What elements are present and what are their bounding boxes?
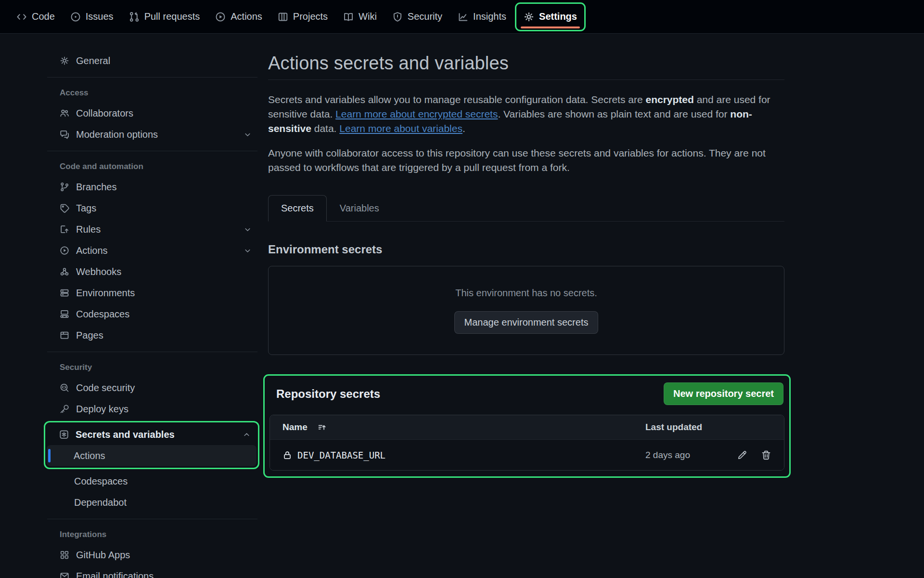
sidebar-item-webhooks[interactable]: Webhooks [47,261,257,282]
annotation-box-secrets-and-variables: Secrets and variables Actions [44,421,259,469]
sidebar-item-code-security[interactable]: Code security [47,377,257,398]
chevron-down-icon [244,247,252,255]
chevron-down-icon [244,225,252,234]
comment-discussion-icon [60,130,69,139]
gear-icon [524,12,534,22]
webhook-icon [60,267,69,276]
tab-security[interactable]: Security [385,0,450,33]
secret-name-cell: DEV_DATABASE_URL [282,450,645,460]
sidebar-item-codespaces[interactable]: Codespaces [47,303,257,325]
sidebar-section-access: Access [47,83,257,103]
intro-text: . Variables are shown as plain text and … [498,108,730,119]
tab-code[interactable]: Code [9,0,63,33]
sidebar-section-integrations: Integrations [47,525,257,544]
sidebar-item-secrets-codespaces[interactable]: Codespaces [47,471,257,492]
rules-icon [60,224,69,234]
link-learn-variables[interactable]: Learn more about variables [339,123,462,134]
repository-secrets-header: Repository secrets New repository secret [270,380,784,408]
tab-wiki[interactable]: Wiki [335,0,385,33]
tab-variables[interactable]: Variables [327,195,392,222]
tab-label: Actions [231,11,262,22]
mail-icon [60,571,69,578]
gear-icon [60,56,69,66]
tag-icon [60,203,69,213]
sidebar-item-secrets-dependabot[interactable]: Dependabot [47,492,257,513]
sidebar-item-tags[interactable]: Tags [47,197,257,219]
sidebar-section-security: Security [47,358,257,377]
tab-label: Wiki [359,11,377,22]
sidebar-item-label: Collaborators [76,108,252,119]
asterisk-box-icon [59,430,69,439]
git-branch-icon [60,182,69,192]
environment-secrets-empty-box: This environment has no secrets. Manage … [268,266,784,355]
sidebar-item-general[interactable]: General [47,50,257,71]
secret-name: DEV_DATABASE_URL [297,450,385,460]
secret-actions-cell [718,450,771,460]
delete-secret-button[interactable] [761,450,771,460]
repo-tab-bar: Code Issues Pull requests Actions Projec… [0,0,924,34]
sidebar-item-label: GitHub Apps [76,550,252,561]
sidebar-item-label: Webhooks [76,266,252,277]
sidebar-item-label: Deploy keys [76,404,252,415]
sidebar-item-label: Actions [76,245,237,256]
tab-label: Settings [539,11,577,22]
intro-text: . [462,123,465,134]
tab-secrets[interactable]: Secrets [268,195,327,222]
sidebar-item-rules[interactable]: Rules [47,219,257,240]
apps-icon [60,550,69,560]
sidebar-item-secrets-and-variables[interactable]: Secrets and variables [47,424,257,445]
link-learn-encrypted-secrets[interactable]: Learn more about encrypted secrets [335,108,498,119]
tab-settings[interactable]: Settings [516,4,584,30]
trash-icon [761,450,771,460]
repository-secrets-heading: Repository secrets [276,387,380,401]
graph-icon [458,12,468,22]
repo-tabs: Code Issues Pull requests Actions Projec… [9,0,587,33]
sidebar-item-collaborators[interactable]: Collaborators [47,103,257,124]
sidebar-item-github-apps[interactable]: GitHub Apps [47,544,257,565]
table-header-row: Name Last updated [270,415,784,439]
sidebar-item-label: Code security [76,382,252,394]
sidebar-item-environments[interactable]: Environments [47,282,257,303]
sidebar-item-moderation-options[interactable]: Moderation options [47,124,257,145]
sidebar-item-label: Codespaces [76,309,252,320]
edit-secret-button[interactable] [737,450,747,460]
environment-secrets-empty-message: This environment has no secrets. [455,288,597,299]
sidebar-item-actions[interactable]: Actions [47,240,257,261]
tab-projects[interactable]: Projects [270,0,335,33]
sidebar-item-branches[interactable]: Branches [47,176,257,197]
tab-actions[interactable]: Actions [207,0,270,33]
issue-icon [70,12,81,22]
sidebar-item-label: Codespaces [74,476,252,487]
tab-pull-requests[interactable]: Pull requests [121,0,208,33]
manage-environment-secrets-button[interactable]: Manage environment secrets [454,311,599,334]
sidebar-item-label: Pages [76,330,252,341]
tab-insights[interactable]: Insights [450,0,514,33]
new-repository-secret-button[interactable]: New repository secret [664,382,783,405]
secrets-variables-tabs: Secrets Variables [268,195,784,222]
lock-icon [282,450,292,460]
sidebar-item-label: Secrets and variables [76,429,236,440]
sidebar-item-label: Branches [76,182,252,193]
project-icon [278,12,288,22]
tab-label: Security [408,11,442,22]
sidebar-item-secrets-actions[interactable]: Actions [47,445,257,466]
sidebar-item-email-notifications[interactable]: Email notifications [47,565,257,578]
divider [47,77,257,78]
divider [47,352,257,352]
tab-label: Code [32,11,55,22]
annotation-box-settings: Settings [515,2,586,31]
sidebar-item-label: Moderation options [76,129,237,140]
collaborator-access-paragraph: Anyone with collaborator access to this … [268,146,784,175]
pull-request-icon [129,12,140,22]
codescan-icon [60,383,69,393]
tab-issues[interactable]: Issues [63,0,121,33]
page-title: Actions secrets and variables [268,53,784,80]
sidebar-item-label: Actions [74,450,251,461]
sidebar-section-code-automation: Code and automation [47,157,257,176]
secret-last-updated: 2 days ago [645,450,718,460]
sidebar-item-deploy-keys[interactable]: Deploy keys [47,398,257,420]
environment-secrets-heading: Environment secrets [268,243,784,256]
sort-ascending-icon[interactable] [318,423,327,432]
column-label: Name [282,422,308,433]
sidebar-item-pages[interactable]: Pages [47,325,257,346]
